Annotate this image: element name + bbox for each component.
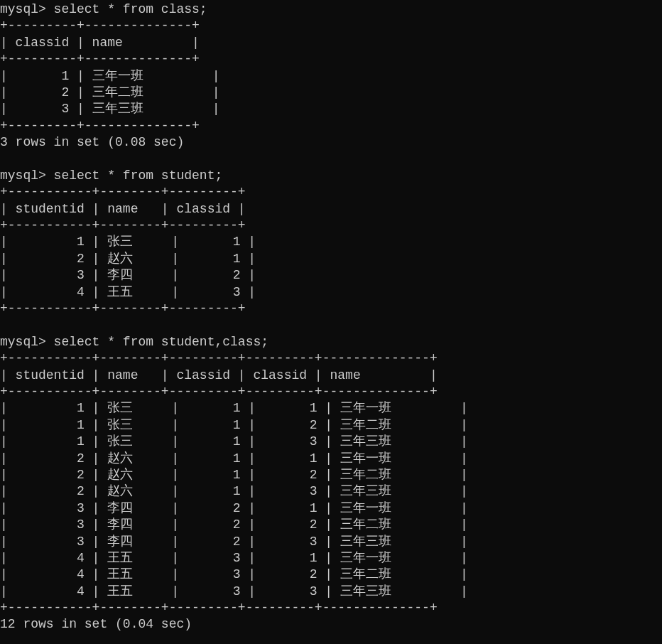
mysql-terminal[interactable]: mysql> select * from class; +---------+-… [0,0,662,633]
